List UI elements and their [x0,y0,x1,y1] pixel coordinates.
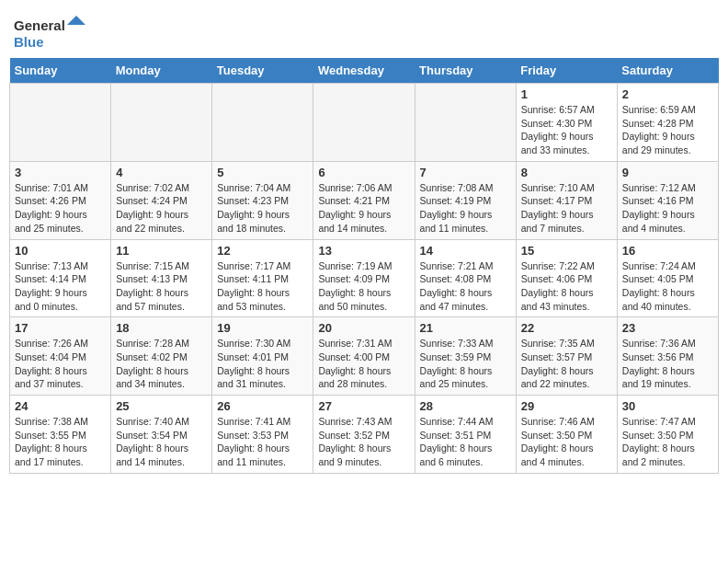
calendar-day-cell: 27Sunrise: 7:43 AM Sunset: 3:52 PM Dayli… [313,396,415,474]
day-info: Sunrise: 7:10 AM Sunset: 4:17 PM Dayligh… [521,181,612,236]
weekday-header: Sunday [10,58,111,84]
day-number: 12 [217,244,308,258]
day-info: Sunrise: 6:59 AM Sunset: 4:28 PM Dayligh… [622,103,713,157]
day-number: 9 [622,166,713,179]
day-number: 5 [217,166,308,179]
logo-svg: General Blue [14,14,97,51]
day-info: Sunrise: 7:36 AM Sunset: 3:56 PM Dayligh… [622,337,713,391]
calendar-week-row: 10Sunrise: 7:13 AM Sunset: 4:14 PM Dayli… [10,239,719,317]
calendar-day-cell: 2Sunrise: 6:59 AM Sunset: 4:28 PM Daylig… [617,84,718,162]
calendar-day-cell: 4Sunrise: 7:02 AM Sunset: 4:24 PM Daylig… [111,161,212,239]
calendar-day-cell: 16Sunrise: 7:24 AM Sunset: 4:05 PM Dayli… [617,239,718,317]
calendar-day-cell: 18Sunrise: 7:28 AM Sunset: 4:02 PM Dayli… [111,317,212,396]
day-info: Sunrise: 7:15 AM Sunset: 4:13 PM Dayligh… [116,259,207,314]
calendar-day-cell: 6Sunrise: 7:06 AM Sunset: 4:21 PM Daylig… [313,161,415,239]
day-number: 13 [318,244,409,258]
weekday-header: Tuesday [212,58,313,84]
day-info: Sunrise: 7:06 AM Sunset: 4:21 PM Dayligh… [318,181,409,236]
calendar-body: 1Sunrise: 6:57 AM Sunset: 4:30 PM Daylig… [10,84,719,474]
calendar-day-cell: 14Sunrise: 7:21 AM Sunset: 4:08 PM Dayli… [415,239,516,317]
calendar-day-cell [10,84,111,162]
day-info: Sunrise: 7:33 AM Sunset: 3:59 PM Dayligh… [420,337,511,391]
calendar-day-cell: 21Sunrise: 7:33 AM Sunset: 3:59 PM Dayli… [415,317,516,396]
calendar-day-cell: 22Sunrise: 7:35 AM Sunset: 3:57 PM Dayli… [516,317,617,396]
calendar-table: SundayMondayTuesdayWednesdayThursdayFrid… [9,58,719,474]
calendar-day-cell: 9Sunrise: 7:12 AM Sunset: 4:16 PM Daylig… [617,161,718,239]
day-number: 18 [116,321,207,335]
calendar-day-cell [415,84,516,162]
day-number: 21 [420,321,511,335]
day-number: 7 [420,166,511,179]
calendar-week-row: 17Sunrise: 7:26 AM Sunset: 4:04 PM Dayli… [10,317,719,396]
day-number: 24 [15,399,106,413]
day-info: Sunrise: 7:19 AM Sunset: 4:09 PM Dayligh… [318,259,409,314]
day-number: 30 [622,399,713,413]
day-info: Sunrise: 7:04 AM Sunset: 4:23 PM Dayligh… [217,181,308,236]
calendar-day-cell [313,84,415,162]
day-info: Sunrise: 7:21 AM Sunset: 4:08 PM Dayligh… [420,259,511,314]
weekday-header: Thursday [415,58,516,84]
day-info: Sunrise: 7:31 AM Sunset: 4:00 PM Dayligh… [318,337,409,391]
calendar-day-cell: 26Sunrise: 7:41 AM Sunset: 3:53 PM Dayli… [212,396,313,474]
day-info: Sunrise: 7:08 AM Sunset: 4:19 PM Dayligh… [420,181,511,236]
calendar-week-row: 1Sunrise: 6:57 AM Sunset: 4:30 PM Daylig… [10,84,719,162]
day-info: Sunrise: 7:02 AM Sunset: 4:24 PM Dayligh… [116,181,207,236]
page-header: General Blue [9,9,719,51]
day-number: 14 [420,244,511,258]
calendar-week-row: 24Sunrise: 7:38 AM Sunset: 3:55 PM Dayli… [10,396,719,474]
svg-marker-1 [67,16,85,25]
day-info: Sunrise: 7:12 AM Sunset: 4:16 PM Dayligh… [622,181,713,236]
calendar-day-cell: 24Sunrise: 7:38 AM Sunset: 3:55 PM Dayli… [10,396,111,474]
calendar-day-cell: 8Sunrise: 7:10 AM Sunset: 4:17 PM Daylig… [516,161,617,239]
day-info: Sunrise: 7:17 AM Sunset: 4:11 PM Dayligh… [217,259,308,314]
calendar-day-cell [111,84,212,162]
calendar-day-cell: 13Sunrise: 7:19 AM Sunset: 4:09 PM Dayli… [313,239,415,317]
weekday-header: Wednesday [313,58,415,84]
day-number: 3 [15,166,106,179]
calendar-day-cell: 20Sunrise: 7:31 AM Sunset: 4:00 PM Dayli… [313,317,415,396]
calendar-day-cell: 11Sunrise: 7:15 AM Sunset: 4:13 PM Dayli… [111,239,212,317]
day-info: Sunrise: 7:28 AM Sunset: 4:02 PM Dayligh… [116,337,207,391]
day-number: 10 [15,244,106,258]
day-number: 11 [116,244,207,258]
day-number: 22 [521,321,612,335]
day-info: Sunrise: 7:13 AM Sunset: 4:14 PM Dayligh… [15,259,106,314]
day-number: 26 [217,399,308,413]
day-info: Sunrise: 7:46 AM Sunset: 3:50 PM Dayligh… [521,415,612,469]
day-number: 23 [622,321,713,335]
day-number: 19 [217,321,308,335]
logo: General Blue [14,14,97,51]
day-info: Sunrise: 7:24 AM Sunset: 4:05 PM Dayligh… [622,259,713,314]
day-number: 15 [521,244,612,258]
svg-text:General: General [14,17,65,33]
calendar-day-cell: 3Sunrise: 7:01 AM Sunset: 4:26 PM Daylig… [10,161,111,239]
day-number: 28 [420,399,511,413]
day-number: 2 [622,87,713,101]
day-info: Sunrise: 7:47 AM Sunset: 3:50 PM Dayligh… [622,415,713,469]
day-number: 4 [116,166,207,179]
calendar-day-cell: 12Sunrise: 7:17 AM Sunset: 4:11 PM Dayli… [212,239,313,317]
calendar-day-cell [212,84,313,162]
day-info: Sunrise: 6:57 AM Sunset: 4:30 PM Dayligh… [521,103,612,157]
weekday-header: Friday [516,58,617,84]
day-info: Sunrise: 7:41 AM Sunset: 3:53 PM Dayligh… [217,415,308,469]
calendar-day-cell: 30Sunrise: 7:47 AM Sunset: 3:50 PM Dayli… [617,396,718,474]
calendar-day-cell: 23Sunrise: 7:36 AM Sunset: 3:56 PM Dayli… [617,317,718,396]
weekday-header: Monday [111,58,212,84]
calendar-week-row: 3Sunrise: 7:01 AM Sunset: 4:26 PM Daylig… [10,161,719,239]
calendar-day-cell: 19Sunrise: 7:30 AM Sunset: 4:01 PM Dayli… [212,317,313,396]
day-number: 8 [521,166,612,179]
calendar-day-cell: 10Sunrise: 7:13 AM Sunset: 4:14 PM Dayli… [10,239,111,317]
calendar-day-cell: 7Sunrise: 7:08 AM Sunset: 4:19 PM Daylig… [415,161,516,239]
day-info: Sunrise: 7:35 AM Sunset: 3:57 PM Dayligh… [521,337,612,391]
day-info: Sunrise: 7:38 AM Sunset: 3:55 PM Dayligh… [15,415,106,469]
calendar-day-cell: 15Sunrise: 7:22 AM Sunset: 4:06 PM Dayli… [516,239,617,317]
calendar-day-cell: 17Sunrise: 7:26 AM Sunset: 4:04 PM Dayli… [10,317,111,396]
calendar-header-row: SundayMondayTuesdayWednesdayThursdayFrid… [10,58,719,84]
day-info: Sunrise: 7:40 AM Sunset: 3:54 PM Dayligh… [116,415,207,469]
day-number: 6 [318,166,409,179]
day-number: 27 [318,399,409,413]
day-info: Sunrise: 7:43 AM Sunset: 3:52 PM Dayligh… [318,415,409,469]
calendar-day-cell: 1Sunrise: 6:57 AM Sunset: 4:30 PM Daylig… [516,84,617,162]
weekday-header: Saturday [617,58,718,84]
